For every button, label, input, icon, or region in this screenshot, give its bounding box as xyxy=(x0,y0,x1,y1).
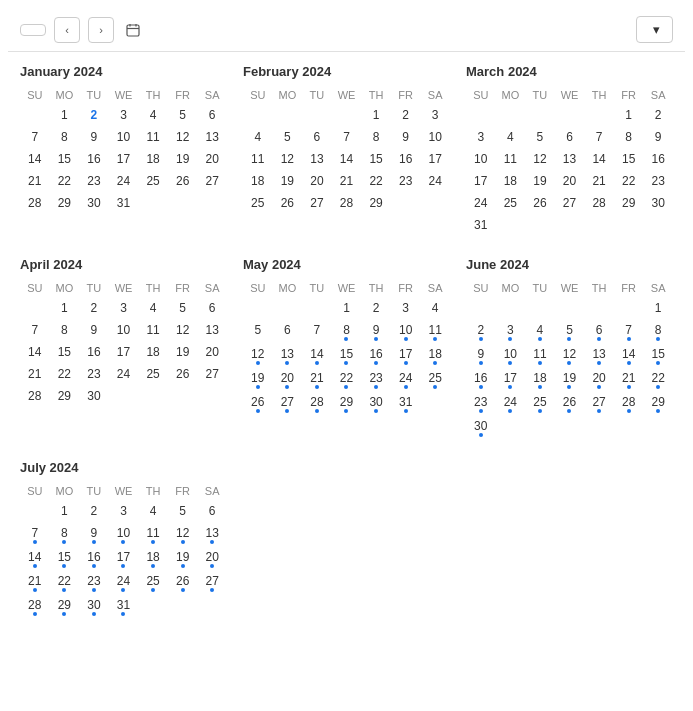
day-cell[interactable]: 15 xyxy=(643,344,673,368)
day-cell[interactable]: 30 xyxy=(361,392,391,416)
day-cell[interactable]: 19 xyxy=(168,547,198,571)
day-cell[interactable]: 22 xyxy=(614,171,644,193)
day-cell[interactable]: 21 xyxy=(302,368,332,392)
day-cell[interactable]: 22 xyxy=(332,368,362,392)
day-cell[interactable]: 3 xyxy=(496,320,526,344)
day-cell[interactable]: 10 xyxy=(109,320,139,342)
day-cell[interactable]: 8 xyxy=(50,127,80,149)
day-cell[interactable]: 25 xyxy=(420,368,450,392)
day-cell[interactable]: 1 xyxy=(643,298,673,320)
day-cell[interactable]: 27 xyxy=(302,193,332,215)
day-cell[interactable]: 27 xyxy=(555,193,585,215)
day-cell[interactable]: 8 xyxy=(643,320,673,344)
day-cell[interactable]: 30 xyxy=(643,193,673,215)
day-cell[interactable]: 12 xyxy=(168,523,198,547)
day-cell[interactable]: 17 xyxy=(109,547,139,571)
day-cell[interactable]: 24 xyxy=(496,392,526,416)
day-cell[interactable]: 4 xyxy=(138,501,168,523)
day-cell[interactable]: 29 xyxy=(50,386,80,408)
day-cell[interactable]: 5 xyxy=(168,105,198,127)
day-cell[interactable]: 5 xyxy=(243,320,273,344)
day-cell[interactable]: 11 xyxy=(420,320,450,344)
day-cell[interactable]: 9 xyxy=(391,127,421,149)
day-cell[interactable]: 29 xyxy=(332,392,362,416)
day-cell[interactable]: 5 xyxy=(555,320,585,344)
day-cell[interactable]: 20 xyxy=(197,342,227,364)
day-cell[interactable]: 19 xyxy=(243,368,273,392)
day-cell[interactable]: 14 xyxy=(20,547,50,571)
day-cell[interactable]: 6 xyxy=(273,320,303,344)
day-cell[interactable]: 9 xyxy=(79,523,109,547)
day-cell[interactable]: 1 xyxy=(361,105,391,127)
day-cell[interactable]: 28 xyxy=(20,386,50,408)
day-cell[interactable]: 3 xyxy=(391,298,421,320)
day-cell[interactable]: 4 xyxy=(420,298,450,320)
day-cell[interactable]: 21 xyxy=(20,364,50,386)
next-button[interactable]: › xyxy=(88,17,114,43)
day-cell[interactable]: 11 xyxy=(138,127,168,149)
day-cell[interactable]: 16 xyxy=(79,149,109,171)
day-cell[interactable]: 14 xyxy=(584,149,614,171)
day-cell[interactable]: 25 xyxy=(138,364,168,386)
day-cell[interactable]: 27 xyxy=(197,571,227,595)
day-cell[interactable]: 26 xyxy=(168,571,198,595)
prev-button[interactable]: ‹ xyxy=(54,17,80,43)
day-cell[interactable]: 16 xyxy=(361,344,391,368)
day-cell[interactable]: 10 xyxy=(391,320,421,344)
day-cell[interactable]: 6 xyxy=(197,298,227,320)
day-cell[interactable]: 7 xyxy=(332,127,362,149)
day-cell[interactable]: 19 xyxy=(525,171,555,193)
day-cell[interactable]: 19 xyxy=(555,368,585,392)
day-cell[interactable]: 13 xyxy=(197,127,227,149)
day-cell[interactable]: 11 xyxy=(243,149,273,171)
day-cell[interactable]: 16 xyxy=(79,547,109,571)
day-cell[interactable]: 12 xyxy=(168,320,198,342)
day-cell[interactable]: 28 xyxy=(20,193,50,215)
day-cell[interactable]: 29 xyxy=(50,193,80,215)
day-cell[interactable]: 21 xyxy=(332,171,362,193)
day-cell[interactable]: 4 xyxy=(243,127,273,149)
day-cell[interactable]: 2 xyxy=(79,298,109,320)
day-cell[interactable]: 17 xyxy=(496,368,526,392)
day-cell[interactable]: 27 xyxy=(273,392,303,416)
day-cell[interactable]: 1 xyxy=(50,501,80,523)
day-cell[interactable]: 26 xyxy=(168,364,198,386)
day-cell[interactable]: 6 xyxy=(197,501,227,523)
day-cell[interactable]: 12 xyxy=(555,344,585,368)
day-cell[interactable]: 5 xyxy=(273,127,303,149)
day-cell[interactable]: 8 xyxy=(50,523,80,547)
day-cell[interactable]: 14 xyxy=(20,342,50,364)
day-cell[interactable]: 24 xyxy=(391,368,421,392)
day-cell[interactable]: 26 xyxy=(555,392,585,416)
day-cell[interactable]: 29 xyxy=(361,193,391,215)
day-cell[interactable]: 7 xyxy=(614,320,644,344)
day-cell[interactable]: 28 xyxy=(20,595,50,619)
day-cell[interactable]: 10 xyxy=(496,344,526,368)
day-cell[interactable]: 2 xyxy=(79,105,109,127)
day-cell[interactable]: 17 xyxy=(109,342,139,364)
day-cell[interactable]: 26 xyxy=(243,392,273,416)
day-cell[interactable]: 18 xyxy=(138,342,168,364)
day-cell[interactable]: 23 xyxy=(79,571,109,595)
day-cell[interactable]: 5 xyxy=(525,127,555,149)
day-cell[interactable]: 30 xyxy=(79,595,109,619)
day-cell[interactable]: 2 xyxy=(466,320,496,344)
day-cell[interactable]: 3 xyxy=(109,298,139,320)
day-cell[interactable]: 17 xyxy=(420,149,450,171)
day-cell[interactable]: 29 xyxy=(614,193,644,215)
day-cell[interactable]: 18 xyxy=(525,368,555,392)
day-cell[interactable]: 13 xyxy=(197,320,227,342)
day-cell[interactable]: 20 xyxy=(584,368,614,392)
view-selector[interactable]: ▾ xyxy=(636,16,673,43)
day-cell[interactable]: 14 xyxy=(614,344,644,368)
day-cell[interactable]: 11 xyxy=(525,344,555,368)
today-button[interactable] xyxy=(20,24,46,36)
day-cell[interactable]: 19 xyxy=(168,149,198,171)
day-cell[interactable]: 14 xyxy=(302,344,332,368)
day-cell[interactable]: 16 xyxy=(643,149,673,171)
day-cell[interactable]: 18 xyxy=(138,149,168,171)
day-cell[interactable]: 27 xyxy=(197,364,227,386)
day-cell[interactable]: 4 xyxy=(138,105,168,127)
day-cell[interactable]: 1 xyxy=(50,298,80,320)
day-cell[interactable]: 23 xyxy=(466,392,496,416)
